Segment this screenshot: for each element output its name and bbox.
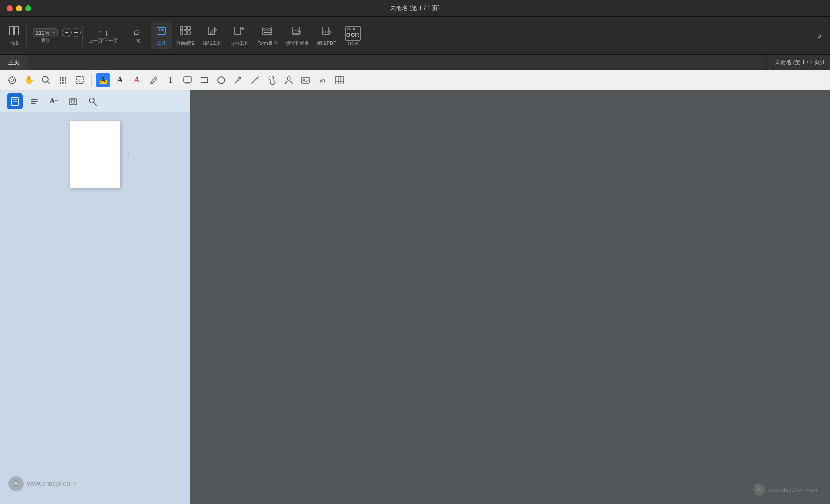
highlight-text-button[interactable]: A [96, 73, 110, 87]
underline-text-button[interactable]: A [113, 73, 127, 87]
circle-button[interactable] [214, 73, 228, 87]
svg-line-67 [94, 103, 96, 105]
ocr-button[interactable]: OcR OCR OCR [340, 23, 366, 49]
sign-button[interactable]: 填写和签名 [282, 22, 313, 49]
pencil-button[interactable] [146, 73, 161, 87]
zoom-control[interactable]: 111% 100% 75% 50% ▼ [33, 28, 58, 37]
tab-document[interactable]: 未命名 (第 1 / 1 页) [766, 55, 830, 70]
table-button[interactable] [332, 73, 347, 87]
bookmarks-tab[interactable] [26, 93, 42, 109]
strikethrough-text-button[interactable]: A [130, 73, 144, 87]
main-toolbar: 面板 111% 100% 75% 50% ▼ 缩放 − + ↑ ↓ 上一页/下一… [0, 17, 830, 55]
watermark-left: www.macjb.com [8, 476, 76, 491]
underline-A-icon: A [117, 76, 123, 84]
page-thumbnail-1[interactable] [70, 121, 120, 188]
left-panel-toolbar: A ═ [0, 90, 190, 112]
link-button[interactable] [265, 73, 279, 87]
tools-label: 工具 [157, 40, 166, 46]
zoom-tool-button[interactable] [39, 73, 53, 87]
form-label: Form表单 [257, 40, 277, 46]
convert-icon [233, 25, 245, 38]
svg-point-35 [60, 79, 61, 81]
arrow-button[interactable] [231, 73, 245, 87]
divider-4 [149, 25, 149, 46]
zoom-out-button[interactable]: − [62, 28, 71, 37]
navtabs: 主页 未命名 (第 1 / 1 页) + [0, 55, 830, 70]
expand-toolbar-button[interactable]: » [812, 31, 827, 40]
svg-rect-2 [157, 27, 165, 34]
hand-tool-button[interactable]: ✋ [22, 73, 36, 87]
panel-button[interactable]: 面板 [3, 22, 24, 49]
prev-next-icons: ↑ ↓ [98, 28, 109, 38]
svg-point-30 [60, 77, 61, 79]
tab-home[interactable]: 主页 [0, 55, 28, 70]
text-icon: T [168, 75, 173, 85]
zoom-select[interactable]: 111% 100% 75% 50% [33, 28, 58, 37]
svg-point-36 [65, 79, 66, 81]
selection-tool-button[interactable] [73, 73, 87, 87]
watermark-icon-left [8, 476, 24, 491]
convert-label: 转档工具 [230, 40, 249, 46]
zoom-select-wrapper[interactable]: 111% 100% 75% 50% ▼ [33, 28, 58, 37]
ocr-label: OCR [348, 41, 358, 46]
svg-point-44 [218, 77, 225, 84]
text-extract-tab[interactable]: A ═ [46, 93, 62, 109]
thumbnails-tab[interactable] [7, 93, 23, 109]
tab-home-label: 主页 [8, 59, 19, 66]
home-icon: ⌂ [133, 27, 139, 36]
page-edit-button[interactable]: 页面编辑 [172, 22, 199, 49]
signature-button[interactable] [282, 73, 296, 87]
document-area[interactable]: www.MaoDown.com [190, 90, 830, 504]
watermark-right: www.MaoDown.com [753, 484, 817, 496]
svg-rect-5 [161, 30, 163, 31]
svg-point-22 [9, 77, 16, 84]
svg-rect-4 [161, 29, 164, 30]
line-button[interactable] [248, 73, 262, 87]
search-tab[interactable] [84, 93, 100, 109]
svg-point-23 [11, 79, 14, 81]
panel-label: 面板 [9, 40, 19, 46]
image-button[interactable] [298, 73, 313, 87]
prev-next-button[interactable]: ↑ ↓ 上一页/下一页 [84, 25, 122, 46]
edit-pdf-button[interactable]: PDF 编辑PDF [313, 22, 340, 49]
svg-line-41 [81, 81, 81, 82]
page-number-1: 1 [127, 152, 129, 157]
svg-rect-11 [188, 31, 190, 34]
svg-rect-12 [208, 27, 215, 35]
svg-rect-8 [188, 26, 190, 30]
comment-button[interactable] [180, 73, 195, 87]
zoom-in-button[interactable]: + [71, 28, 81, 37]
svg-rect-9 [180, 31, 183, 34]
home-button[interactable]: ⌂ 主页 [126, 24, 147, 47]
form-button[interactable]: Form表单 [253, 22, 282, 49]
svg-point-34 [62, 79, 64, 81]
titlebar: 未命名 (第 1 / 1 页) [0, 0, 830, 17]
svg-point-66 [89, 98, 94, 103]
tools-button[interactable]: 工具 [151, 22, 172, 49]
svg-line-45 [235, 77, 241, 83]
zoom-group[interactable]: 111% 100% 75% 50% ▼ 缩放 [28, 26, 62, 46]
zoom-label: 缩放 [41, 37, 50, 43]
thumbnail-wrapper-1[interactable]: 1 [70, 121, 120, 188]
screenshot-tab[interactable] [65, 93, 81, 109]
ocr-main-text: OCR [346, 32, 360, 38]
edit-tools-button[interactable]: 编辑工具 [199, 22, 226, 49]
new-tab-button[interactable]: + [821, 58, 826, 67]
sign-label: 填写和签名 [286, 40, 309, 46]
stamp-button[interactable] [315, 73, 330, 87]
window-controls[interactable] [7, 5, 31, 11]
left-panel: A ═ 1 [0, 90, 190, 504]
svg-rect-17 [264, 32, 271, 33]
svg-text:PDF: PDF [323, 30, 330, 34]
next-page-icon: ↓ [105, 28, 109, 38]
minimize-button[interactable] [16, 5, 22, 11]
convert-button[interactable]: 转档工具 [226, 22, 253, 49]
svg-rect-10 [184, 31, 187, 34]
text-button[interactable]: T [163, 73, 178, 87]
rectangle-button[interactable] [197, 73, 212, 87]
watermark-icon-right [753, 484, 765, 496]
close-button[interactable] [7, 5, 13, 11]
fullscreen-button[interactable] [25, 5, 31, 11]
annotation-marker-button[interactable] [56, 73, 70, 87]
target-tool-button[interactable] [5, 73, 19, 87]
